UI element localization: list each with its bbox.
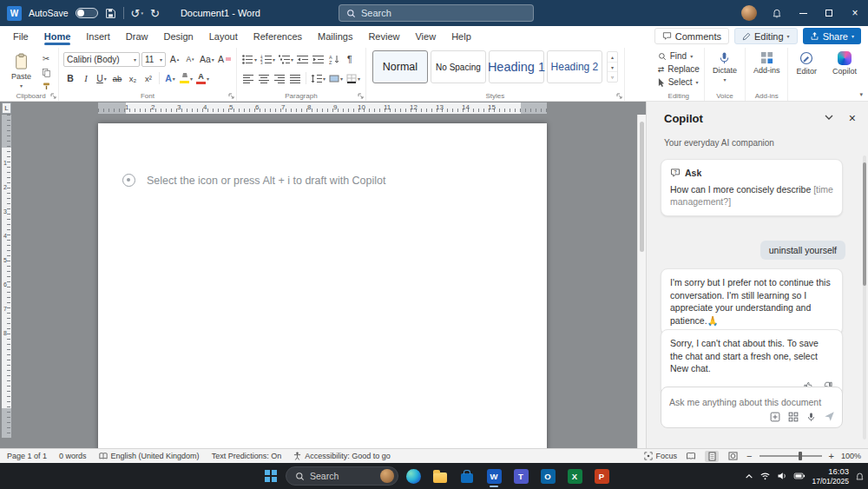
titlebar-search-input[interactable] xyxy=(361,8,526,18)
collapse-panel-button[interactable] xyxy=(825,115,833,120)
bold-button[interactable]: B xyxy=(63,71,77,86)
tab-selector[interactable]: L xyxy=(2,102,11,114)
align-center-button[interactable] xyxy=(257,71,271,86)
increase-indent-button[interactable] xyxy=(312,52,326,67)
redo-button[interactable]: ↻ xyxy=(150,7,160,20)
highlight-button[interactable]: ▾ xyxy=(179,71,194,86)
scrollbar-thumb[interactable] xyxy=(640,122,644,252)
zoom-level[interactable]: 100% xyxy=(841,452,861,460)
word-count[interactable]: 0 words xyxy=(59,452,87,460)
clear-formatting-button[interactable]: A xyxy=(217,52,232,67)
minimize-button[interactable] xyxy=(790,0,816,26)
notifications-icon[interactable] xyxy=(764,0,790,26)
tab-help[interactable]: Help xyxy=(444,28,479,45)
tab-layout[interactable]: Layout xyxy=(201,28,246,45)
taskbar-edge[interactable] xyxy=(401,464,425,488)
taskbar-store[interactable] xyxy=(455,464,479,488)
tab-insert[interactable]: Insert xyxy=(78,28,118,45)
addins-button[interactable]: Add-ins xyxy=(750,50,784,76)
taskbar-outlook[interactable]: O xyxy=(536,464,560,488)
autosave-toggle[interactable] xyxy=(76,8,98,18)
taskbar-powerpoint[interactable]: P xyxy=(589,464,614,488)
zoom-slider[interactable] xyxy=(760,455,822,457)
italic-button[interactable]: I xyxy=(79,71,93,86)
strikethrough-button[interactable]: ab xyxy=(110,71,124,86)
document-scrollbar[interactable] xyxy=(637,115,646,448)
font-color-button[interactable]: A▾ xyxy=(195,71,210,86)
language-indicator[interactable]: English (United Kingdom) xyxy=(99,452,200,460)
editor-button[interactable]: Editor xyxy=(792,50,820,77)
taskbar-search[interactable] xyxy=(286,466,398,486)
taskbar-search-input[interactable] xyxy=(310,471,375,481)
find-button[interactable]: Find▾ xyxy=(658,50,700,63)
panel-scrollbar[interactable] xyxy=(863,155,866,439)
chat-input-field[interactable] xyxy=(669,397,834,407)
comments-button[interactable]: Comments xyxy=(654,28,729,44)
maximize-button[interactable] xyxy=(816,0,842,26)
word-app-icon[interactable]: W xyxy=(7,6,22,21)
web-layout-button[interactable] xyxy=(726,451,740,462)
copilot-button[interactable]: Copilot xyxy=(829,50,860,77)
style-heading-1[interactable]: Heading 1 xyxy=(489,50,544,83)
sort-button[interactable]: AZ xyxy=(327,52,341,67)
page-indicator[interactable]: Page 1 of 1 xyxy=(7,452,47,460)
start-button[interactable] xyxy=(259,464,283,488)
align-left-button[interactable] xyxy=(241,71,255,86)
titlebar-search[interactable] xyxy=(339,4,534,22)
line-spacing-button[interactable]: ▾ xyxy=(310,71,326,86)
undo-button[interactable]: ↺▾ xyxy=(131,7,143,20)
font-size-combo[interactable]: 11▾ xyxy=(141,52,166,67)
dictate-button[interactable]: Dictate ▾ xyxy=(709,50,740,84)
tab-review[interactable]: Review xyxy=(360,28,407,45)
suggested-prompt-card[interactable]: ? Ask How can I more concisely describe … xyxy=(661,159,843,216)
styles-dialog-launcher[interactable] xyxy=(616,93,622,99)
taskbar-teams[interactable]: T xyxy=(509,464,533,488)
text-predictions[interactable]: Text Predictions: On xyxy=(212,452,282,460)
subscript-button[interactable]: x₂ xyxy=(126,71,140,86)
style-normal[interactable]: Normal xyxy=(372,50,428,83)
shrink-font-button[interactable]: A▾ xyxy=(183,52,197,67)
style-no-spacing[interactable]: No Spacing xyxy=(431,50,486,83)
read-mode-button[interactable] xyxy=(684,451,698,462)
close-button[interactable]: × xyxy=(842,0,868,26)
scrollbar-thumb[interactable] xyxy=(863,162,866,286)
horizontal-ruler[interactable]: L 1 2 3 4 5 6 7 8 9 10 11 12 13 xyxy=(0,102,646,115)
bullets-button[interactable]: ▾ xyxy=(241,52,258,67)
grow-font-button[interactable]: A▴ xyxy=(168,52,181,67)
justify-button[interactable] xyxy=(288,71,302,86)
collapse-ribbon-icon[interactable]: ▾ xyxy=(859,91,863,98)
copy-button[interactable] xyxy=(38,67,54,78)
print-layout-button[interactable] xyxy=(705,451,719,462)
text-effects-button[interactable]: A▾ xyxy=(163,71,177,86)
tab-view[interactable]: View xyxy=(407,28,444,45)
save-button[interactable] xyxy=(105,8,116,19)
font-name-combo[interactable]: Calibri (Body)▾ xyxy=(63,52,140,67)
vertical-ruler[interactable]: 1 2 3 4 5 6 7 8 xyxy=(2,115,11,438)
close-panel-button[interactable]: × xyxy=(849,111,856,125)
select-button[interactable]: Select▾ xyxy=(658,76,700,89)
focus-button[interactable]: Focus xyxy=(644,452,678,460)
zoom-out-button[interactable]: − xyxy=(746,451,752,461)
styles-scroll-up[interactable]: ▴ xyxy=(608,52,617,62)
zoom-in-button[interactable]: + xyxy=(829,451,834,461)
decrease-indent-button[interactable] xyxy=(296,52,310,67)
superscript-button[interactable]: x² xyxy=(141,71,155,86)
change-case-button[interactable]: Aa▾ xyxy=(199,52,215,67)
cut-button[interactable]: ✂ xyxy=(38,53,54,64)
taskbar-excel[interactable]: X xyxy=(562,464,587,488)
multilevel-list-button[interactable]: ▾ xyxy=(278,52,294,67)
accessibility-status[interactable]: Accessibility: Good to go xyxy=(293,452,391,460)
microphone-icon[interactable] xyxy=(806,412,816,422)
paste-button[interactable]: Paste ▾ xyxy=(8,50,35,92)
tab-references[interactable]: References xyxy=(246,28,310,45)
hidden-icons-button[interactable] xyxy=(745,473,753,479)
copilot-chat-input[interactable] xyxy=(661,387,843,428)
align-right-button[interactable] xyxy=(273,71,286,86)
paragraph-dialog-launcher[interactable] xyxy=(358,93,364,99)
taskbar-file-explorer[interactable] xyxy=(428,464,452,488)
editing-mode-button[interactable]: Editing▾ xyxy=(734,28,798,44)
send-icon[interactable] xyxy=(824,411,835,422)
document-page[interactable]: Select the icon or press Alt + i to draf… xyxy=(98,123,547,448)
replace-button[interactable]: ⇄Replace xyxy=(658,63,700,76)
show-formatting-button[interactable]: ¶ xyxy=(343,52,357,67)
